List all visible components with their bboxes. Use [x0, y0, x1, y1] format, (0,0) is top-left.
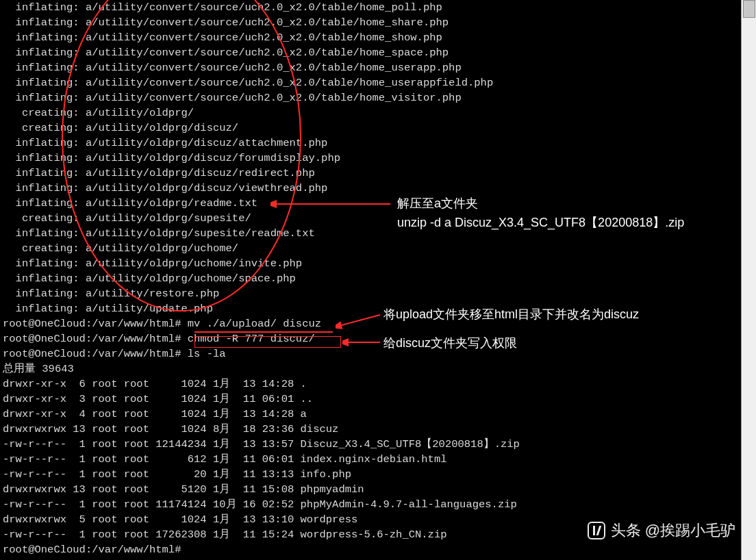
terminal-output[interactable]: inflating: a/utility/convert/source/uch2…	[0, 0, 741, 560]
scrollbar-thumb[interactable]	[743, 0, 755, 18]
chmod-box	[194, 336, 341, 348]
watermark-text: 头条 @挨踢小毛驴	[611, 523, 735, 538]
annotation-chmod: 给discuz文件夹写入权限	[383, 335, 517, 351]
watermark-icon	[588, 522, 605, 539]
annotation-unzip-line1: 解压至a文件夹	[397, 196, 478, 211]
mv-underline	[194, 331, 333, 333]
annotation-mv: 将upload文件夹移至html目录下并改名为discuz	[383, 307, 639, 322]
scrollbar[interactable]	[741, 0, 756, 560]
annotation-unzip-line2: unzip -d a Discuz_X3.4_SC_UTF8【20200818】…	[397, 215, 684, 230]
watermark: 头条 @挨踢小毛驴	[588, 522, 735, 539]
